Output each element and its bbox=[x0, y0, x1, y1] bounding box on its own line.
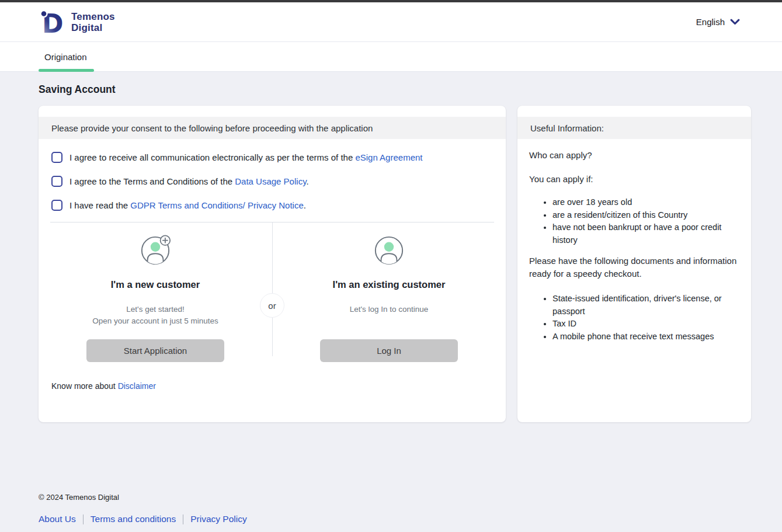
esign-label: I agree to receive all communication ele… bbox=[69, 152, 422, 162]
info-card-content: Who can apply? You can apply if: are ove… bbox=[517, 139, 751, 343]
person-icon bbox=[373, 235, 405, 266]
data-usage-text-after: . bbox=[307, 176, 309, 186]
new-customer-subtitle: Let's get started! Open your account in … bbox=[92, 304, 218, 329]
log-in-button[interactable]: Log In bbox=[320, 339, 458, 362]
gdpr-label: I have read the GDPR Terms and Condition… bbox=[69, 200, 306, 210]
brand-logo: D Temenos Digital bbox=[39, 9, 115, 36]
apply-criteria-list: are over 18 years old are a resident/cit… bbox=[529, 196, 739, 246]
page-title: Saving Account bbox=[39, 84, 751, 96]
main-nav-tabs: Origination bbox=[0, 42, 782, 72]
tab-origination-label: Origination bbox=[44, 52, 87, 62]
new-customer-subtitle-1: Let's get started! bbox=[92, 304, 218, 315]
footer-link-separator bbox=[183, 514, 183, 524]
page-footer: © 2024 Temenos Digital About Us Terms an… bbox=[0, 493, 782, 524]
data-usage-checkbox[interactable] bbox=[51, 176, 62, 187]
consent-row-gdpr: I have read the GDPR Terms and Condition… bbox=[51, 198, 493, 213]
existing-customer-title: I'm an existing customer bbox=[333, 279, 446, 290]
who-can-apply: Who can apply? bbox=[529, 150, 739, 160]
terms-and-conditions-link[interactable]: Terms and conditions bbox=[91, 514, 176, 524]
data-usage-policy-link[interactable]: Data Usage Policy bbox=[235, 176, 306, 186]
list-item: Tax ID bbox=[552, 318, 739, 331]
list-item: State-issued identification, driver's li… bbox=[552, 293, 739, 318]
consent-card: Please provide your consent to the follo… bbox=[39, 106, 506, 422]
copyright: © 2024 Temenos Digital bbox=[39, 493, 782, 502]
esign-checkbox[interactable] bbox=[51, 152, 62, 163]
chevron-down-icon bbox=[730, 19, 740, 25]
language-selector[interactable]: English bbox=[696, 17, 740, 27]
active-tab-indicator bbox=[39, 69, 94, 72]
consent-row-esign: I agree to receive all communication ele… bbox=[51, 150, 493, 165]
know-more: Know more about Disclaimer bbox=[39, 381, 506, 391]
footer-link-separator bbox=[83, 514, 84, 524]
esign-text: I agree to receive all communication ele… bbox=[69, 152, 355, 162]
brand-line2: Digital bbox=[71, 22, 115, 33]
footer-links: About Us Terms and conditions Privacy Po… bbox=[39, 514, 782, 524]
gdpr-terms-link[interactable]: GDPR Terms and Conditions/ Privacy Notic… bbox=[130, 200, 304, 210]
apply-if: You can apply if: bbox=[529, 174, 739, 184]
documents-intro: Please have the following documents and … bbox=[529, 255, 739, 280]
list-item: A mobile phone that receive text message… bbox=[552, 331, 739, 343]
list-item: are over 18 years old bbox=[552, 196, 739, 209]
person-plus-icon bbox=[140, 235, 171, 266]
app-header: D Temenos Digital English bbox=[0, 2, 782, 42]
customer-choice-section: I'm a new customer Let's get started! Op… bbox=[39, 222, 506, 362]
brand-line1: Temenos bbox=[71, 11, 115, 22]
data-usage-label: I agree to the Terms and Conditions of t… bbox=[69, 176, 309, 186]
new-customer-column: I'm a new customer Let's get started! Op… bbox=[39, 235, 272, 362]
gdpr-text: I have read the bbox=[69, 200, 130, 210]
data-usage-text: I agree to the Terms and Conditions of t… bbox=[69, 176, 235, 186]
existing-customer-subtitle-1: Let's log In to continue bbox=[350, 304, 429, 315]
info-card-header: Useful Information: bbox=[517, 117, 751, 139]
esign-agreement-link[interactable]: eSign Agreement bbox=[355, 152, 422, 162]
start-application-button[interactable]: Start Application bbox=[86, 339, 224, 362]
existing-customer-column: I'm an existing customer Let's log In to… bbox=[272, 235, 506, 362]
gdpr-checkbox[interactable] bbox=[51, 200, 62, 211]
documents-list: State-issued identification, driver's li… bbox=[529, 293, 739, 343]
main-content: Saving Account Please provide your conse… bbox=[0, 84, 782, 422]
privacy-policy-link[interactable]: Privacy Policy bbox=[190, 514, 246, 524]
existing-customer-subtitle: Let's log In to continue bbox=[350, 304, 429, 329]
new-customer-subtitle-2: Open your account in just 5 minutes bbox=[92, 315, 218, 327]
or-badge: or bbox=[260, 293, 284, 318]
list-item: have not been bankrupt or have a poor cr… bbox=[552, 221, 739, 246]
tab-origination[interactable]: Origination bbox=[39, 42, 93, 71]
brand-wordmark: Temenos Digital bbox=[71, 11, 115, 33]
consent-card-header: Please provide your consent to the follo… bbox=[39, 117, 506, 139]
column-divider bbox=[272, 222, 273, 356]
list-item: are a resident/citizen of this Country bbox=[552, 209, 739, 222]
consent-row-data-usage: I agree to the Terms and Conditions of t… bbox=[51, 174, 493, 189]
disclaimer-link[interactable]: Disclaimer bbox=[118, 381, 156, 391]
consent-checkbox-list: I agree to receive all communication ele… bbox=[39, 139, 506, 213]
temenos-d-logo-icon: D bbox=[39, 9, 65, 36]
know-more-text: Know more about bbox=[51, 381, 118, 391]
new-customer-title: I'm a new customer bbox=[111, 279, 200, 290]
about-us-link[interactable]: About Us bbox=[39, 514, 76, 524]
useful-information-card: Useful Information: Who can apply? You c… bbox=[517, 106, 751, 422]
language-label[interactable]: English bbox=[696, 17, 725, 27]
gdpr-text-after: . bbox=[304, 200, 306, 210]
